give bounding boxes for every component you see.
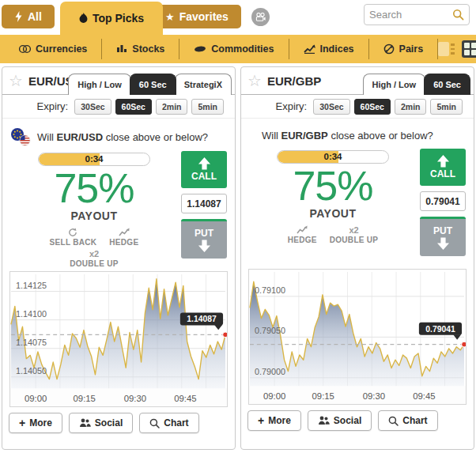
chart-button[interactable]: Chart bbox=[139, 413, 198, 433]
tab-60-sec[interactable]: 60 Sec bbox=[424, 74, 470, 95]
svg-text:09:00: 09:00 bbox=[25, 394, 47, 403]
tab-high-low[interactable]: High / Low bbox=[68, 74, 131, 95]
double-up-button[interactable]: x2 DOUBLE UP bbox=[330, 225, 379, 244]
commodities-icon bbox=[194, 45, 206, 53]
sell-back-button[interactable]: SELL BACK bbox=[50, 227, 97, 247]
put-button[interactable]: PUT bbox=[181, 219, 227, 259]
category-pairs-label: Pairs bbox=[399, 43, 424, 55]
stocks-icon bbox=[116, 44, 127, 54]
magnifier-icon bbox=[149, 418, 160, 428]
svg-text:0.79100: 0.79100 bbox=[255, 285, 285, 295]
expiry-row: Expiry: 30Sec 60Sec 2min 5min bbox=[2, 95, 235, 119]
tab-strategix[interactable]: StrategiX bbox=[175, 74, 232, 95]
svg-text:09:15: 09:15 bbox=[312, 391, 334, 401]
social-people-icon bbox=[79, 418, 91, 428]
call-up-arrow-icon bbox=[198, 157, 211, 170]
put-button[interactable]: PUT bbox=[420, 217, 466, 256]
svg-text:09:30: 09:30 bbox=[363, 391, 385, 401]
view-toggles bbox=[438, 40, 476, 58]
payout-label: PAYOUT bbox=[70, 210, 117, 222]
expiry-60sec-button[interactable]: 60Sec bbox=[354, 99, 391, 115]
svg-text:09:15: 09:15 bbox=[74, 394, 96, 403]
current-price: 0.79041 bbox=[420, 191, 466, 211]
pairs-icon bbox=[383, 43, 395, 55]
svg-text:09:30: 09:30 bbox=[124, 394, 146, 403]
more-button[interactable]: + More bbox=[9, 413, 62, 433]
tab-favorites[interactable]: ★ Favorites bbox=[153, 5, 241, 28]
expiry-30sec-button[interactable]: 30Sec bbox=[313, 99, 349, 115]
pair-name: EUR/GBP bbox=[267, 74, 321, 88]
tab-top-picks-label: Top Picks bbox=[93, 12, 144, 25]
hedge-button[interactable]: HEDGE bbox=[288, 225, 317, 244]
expiry-label: Expiry: bbox=[36, 100, 68, 112]
question-row: Will EUR/USD close above or below? bbox=[2, 119, 235, 148]
expiry-2min-button[interactable]: 2min bbox=[395, 99, 427, 115]
hedge-icon bbox=[119, 227, 130, 237]
expiry-timer: 0:34 bbox=[277, 150, 389, 164]
payout-percent: 75% bbox=[293, 165, 372, 206]
currencies-icon bbox=[19, 44, 31, 54]
trade-panel-eurgbp: ☆ EUR/GBP High / Low 60 Sec Expiry: 30Se… bbox=[240, 66, 474, 450]
call-button[interactable]: CALL bbox=[420, 149, 466, 186]
panel-header: ☆ EUR/GBP High / Low 60 Sec bbox=[241, 67, 474, 95]
panel-tabs: High / Low 60 Sec bbox=[365, 74, 470, 95]
social-button[interactable]: Social bbox=[69, 413, 133, 433]
tab-favorites-label: Favorites bbox=[179, 10, 229, 23]
search-icon[interactable] bbox=[452, 9, 464, 21]
search-input[interactable] bbox=[369, 9, 452, 21]
more-button[interactable]: + More bbox=[247, 410, 301, 431]
call-button[interactable]: CALL bbox=[181, 151, 227, 188]
double-up-x2-icon: x2 bbox=[89, 250, 99, 259]
expiry-label: Expiry: bbox=[275, 100, 307, 112]
camera-icon[interactable] bbox=[251, 8, 270, 26]
timer-countdown: 0:34 bbox=[39, 154, 149, 164]
panel-header: ☆ EUR/USD High / Low 60 Sec StrategiX bbox=[2, 67, 235, 95]
category-currencies[interactable]: Currencies bbox=[5, 39, 102, 59]
category-currencies-label: Currencies bbox=[36, 43, 87, 55]
timer-countdown: 0:34 bbox=[278, 152, 388, 161]
trade-panel-eurusd: ☆ EUR/USD High / Low 60 Sec StrategiX Ex… bbox=[2, 66, 236, 450]
svg-text:1.14125: 1.14125 bbox=[16, 281, 47, 290]
trade-options: HEDGE x2 DOUBLE UP bbox=[288, 225, 379, 244]
star-icon: ★ bbox=[165, 12, 175, 22]
svg-text:1.14075: 1.14075 bbox=[16, 338, 47, 347]
grid-view-icon[interactable] bbox=[462, 40, 476, 58]
svg-text:1.14087: 1.14087 bbox=[187, 315, 217, 323]
category-pairs[interactable]: Pairs bbox=[369, 39, 439, 59]
svg-text:1.14100: 1.14100 bbox=[16, 309, 47, 319]
question-text: Will EUR/USD close above or below? bbox=[37, 131, 208, 143]
hedge-button[interactable]: HEDGE bbox=[109, 227, 138, 247]
expiry-30sec-button[interactable]: 30Sec bbox=[74, 99, 111, 115]
panel-tabs: High / Low 60 Sec StrategiX bbox=[70, 74, 232, 95]
hedge-icon bbox=[297, 225, 308, 235]
social-button[interactable]: Social bbox=[308, 410, 372, 431]
current-price: 1.14087 bbox=[181, 194, 227, 213]
category-indices-label: Indices bbox=[320, 43, 354, 55]
tab-all[interactable]: All bbox=[2, 5, 55, 28]
expiry-2min-button[interactable]: 2min bbox=[156, 99, 188, 115]
panel-footer: + More Social Chart bbox=[241, 405, 474, 436]
category-stocks[interactable]: Stocks bbox=[102, 39, 179, 59]
chart-button[interactable]: Chart bbox=[378, 410, 437, 431]
detail-view-icon[interactable] bbox=[438, 41, 457, 57]
favorite-star-icon[interactable]: ☆ bbox=[9, 73, 23, 89]
tab-60-sec[interactable]: 60 Sec bbox=[130, 74, 176, 95]
category-bar: Currencies Stocks Commodities Indices Pa… bbox=[0, 35, 476, 63]
double-up-button[interactable]: x2 DOUBLE UP bbox=[70, 248, 119, 268]
expiry-60sec-button[interactable]: 60Sec bbox=[115, 99, 152, 115]
tab-top-picks[interactable]: Top Picks bbox=[60, 2, 163, 35]
svg-text:09:00: 09:00 bbox=[263, 391, 285, 401]
category-commodities[interactable]: Commodities bbox=[179, 39, 289, 59]
trade-area: 0:34 75% PAYOUT SELL BACK HEDGE bbox=[2, 148, 235, 268]
price-chart-eurusd[interactable]: 1.141251.141001.140751.1405009:0009:1509… bbox=[9, 271, 228, 407]
panel-footer: + More Social Chart bbox=[2, 407, 235, 439]
price-chart-eurgbp[interactable]: 0.791000.790500.7900009:0009:1509:3009:4… bbox=[248, 269, 467, 405]
expiry-5min-button[interactable]: 5min bbox=[191, 99, 224, 115]
category-indices[interactable]: Indices bbox=[289, 39, 369, 59]
expiry-5min-button[interactable]: 5min bbox=[430, 99, 463, 115]
favorite-star-icon[interactable]: ☆ bbox=[247, 73, 262, 89]
call-up-arrow-icon bbox=[436, 155, 450, 168]
tab-high-low[interactable]: High / Low bbox=[363, 74, 426, 95]
svg-text:0.79000: 0.79000 bbox=[255, 367, 285, 376]
social-people-icon bbox=[318, 416, 330, 425]
